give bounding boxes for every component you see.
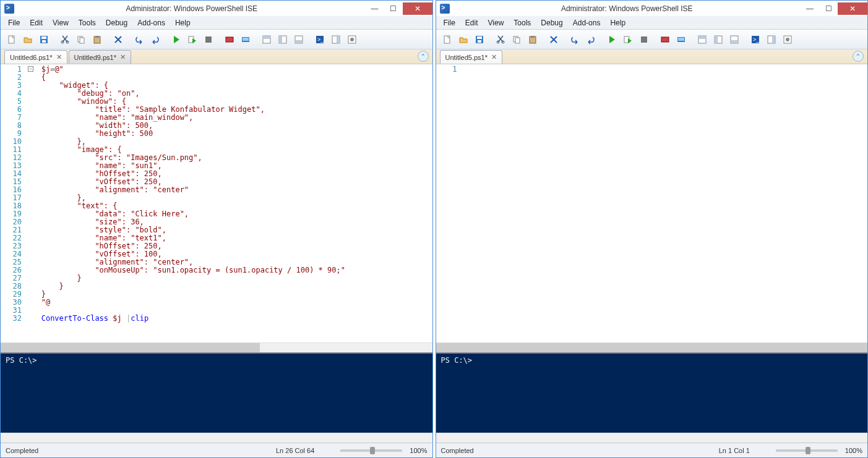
remote-button[interactable] <box>674 32 689 47</box>
script-tab[interactable]: Untitled9.ps1*✕ <box>69 50 132 64</box>
console-pane[interactable]: PS C:\> <box>436 352 868 433</box>
menu-help[interactable]: Help <box>170 17 196 28</box>
horizontal-scrollbar[interactable] <box>436 342 868 352</box>
clear-button[interactable] <box>111 32 126 47</box>
svg-rect-27 <box>444 36 450 43</box>
redo-button[interactable] <box>583 32 598 47</box>
minimize-button[interactable]: — <box>366 2 384 15</box>
run-button[interactable] <box>604 32 619 47</box>
svg-text:>_: >_ <box>753 36 760 43</box>
menu-view[interactable]: View <box>483 17 509 28</box>
copy-button[interactable] <box>74 32 88 47</box>
console-scrollbar[interactable] <box>1 433 432 443</box>
clear-button[interactable] <box>546 32 561 47</box>
code-editor[interactable] <box>461 64 868 342</box>
menu-file[interactable]: File <box>3 17 25 28</box>
copy-button[interactable] <box>509 32 524 47</box>
console-prompt: PS C:\> <box>6 356 37 365</box>
cut-button[interactable] <box>493 32 508 47</box>
menu-edit[interactable]: Edit <box>25 17 48 28</box>
paste-button[interactable] <box>525 32 540 47</box>
collapse-script-pane-button[interactable]: ⌃ <box>418 51 429 62</box>
menu-tools[interactable]: Tools <box>509 17 536 28</box>
app-icon <box>4 4 14 14</box>
zoom-slider[interactable] <box>776 449 838 452</box>
options-button[interactable] <box>780 32 795 47</box>
menu-add-ons[interactable]: Add-ons <box>568 17 606 28</box>
undo-button[interactable] <box>132 32 147 47</box>
collapse-script-pane-button[interactable]: ⌃ <box>853 51 864 62</box>
breakpoint-button[interactable] <box>658 32 672 47</box>
console-scrollbar[interactable] <box>436 433 868 443</box>
fold-toggle[interactable]: − <box>28 66 33 72</box>
cut-button[interactable] <box>58 32 72 47</box>
script-tab[interactable]: Untitled6.ps1*✕ <box>4 50 67 64</box>
cmd-button[interactable]: >_ <box>312 32 327 47</box>
svg-rect-7 <box>80 38 84 43</box>
svg-point-53 <box>786 38 789 41</box>
open-button[interactable] <box>20 32 35 47</box>
show-console-button[interactable] <box>291 32 306 47</box>
cmd-addon-button[interactable] <box>764 32 779 47</box>
close-tab-icon[interactable]: ✕ <box>120 53 126 61</box>
titlebar: Administrator: Windows PowerShell ISE — … <box>436 1 868 16</box>
stop-button[interactable] <box>201 32 216 47</box>
options-button[interactable] <box>345 32 359 47</box>
show-side-button[interactable] <box>275 32 290 47</box>
menu-view[interactable]: View <box>48 17 74 28</box>
script-tab[interactable]: Untitled5.ps1*✕ <box>440 50 503 64</box>
menu-file[interactable]: File <box>439 17 460 28</box>
redo-button[interactable] <box>148 32 163 47</box>
svg-rect-29 <box>477 36 482 39</box>
show-script-button[interactable] <box>695 32 710 47</box>
close-tab-icon[interactable]: ✕ <box>56 53 62 61</box>
minimize-button[interactable]: — <box>801 2 819 15</box>
maximize-button[interactable]: ☐ <box>384 2 403 15</box>
menu-edit[interactable]: Edit <box>460 17 483 28</box>
new-button[interactable] <box>4 32 19 47</box>
cmd-addon-button[interactable] <box>329 32 343 47</box>
breakpoint-button[interactable] <box>222 32 237 47</box>
new-button[interactable] <box>440 32 455 47</box>
app-icon <box>440 4 450 14</box>
menu-add-ons[interactable]: Add-ons <box>132 17 170 28</box>
close-button[interactable]: ✕ <box>403 2 432 15</box>
remote-button[interactable] <box>238 32 253 47</box>
svg-rect-0 <box>9 36 14 43</box>
show-side-button[interactable] <box>711 32 726 47</box>
menubar: FileEditViewToolsDebugAdd-onsHelp <box>1 16 432 30</box>
open-button[interactable] <box>456 32 471 47</box>
menu-tools[interactable]: Tools <box>74 17 101 28</box>
svg-rect-2 <box>41 36 46 39</box>
code-pane[interactable]: 1 <box>436 64 868 342</box>
window-title: Administrator: Windows PowerShell ISE <box>453 4 801 13</box>
horizontal-scrollbar[interactable] <box>1 342 432 352</box>
svg-rect-30 <box>478 40 481 43</box>
code-editor[interactable]: $j=@" { "widget": { "debug": "on", "wind… <box>25 64 432 342</box>
code-pane[interactable]: − 12345678910111213141516171819202122232… <box>1 64 432 342</box>
zoom-slider[interactable] <box>340 449 402 452</box>
cmd-button[interactable]: >_ <box>748 32 763 47</box>
save-button[interactable] <box>37 32 51 47</box>
undo-button[interactable] <box>567 32 582 47</box>
save-button[interactable] <box>472 32 487 47</box>
run-button[interactable] <box>169 32 184 47</box>
close-tab-icon[interactable]: ✕ <box>491 53 497 61</box>
menu-debug[interactable]: Debug <box>101 17 132 28</box>
console-pane[interactable]: PS C:\> <box>1 352 432 433</box>
run-selection-button[interactable] <box>185 32 200 47</box>
tabs-row: Untitled5.ps1*✕⌃ <box>436 49 868 64</box>
ise-window-left: Administrator: Windows PowerShell ISE — … <box>0 0 433 458</box>
show-console-button[interactable] <box>727 32 742 47</box>
paste-button[interactable] <box>90 32 105 47</box>
show-script-button[interactable] <box>259 32 274 47</box>
menu-help[interactable]: Help <box>605 17 630 28</box>
menu-debug[interactable]: Debug <box>536 17 567 28</box>
stop-button[interactable] <box>637 32 651 47</box>
editor-area: 1 PS C:\> <box>436 64 868 443</box>
run-selection-button[interactable] <box>621 32 635 47</box>
tab-label: Untitled6.ps1* <box>10 54 53 61</box>
console-prompt: PS C:\> <box>441 356 473 365</box>
maximize-button[interactable]: ☐ <box>819 2 838 15</box>
close-button[interactable]: ✕ <box>838 2 867 15</box>
